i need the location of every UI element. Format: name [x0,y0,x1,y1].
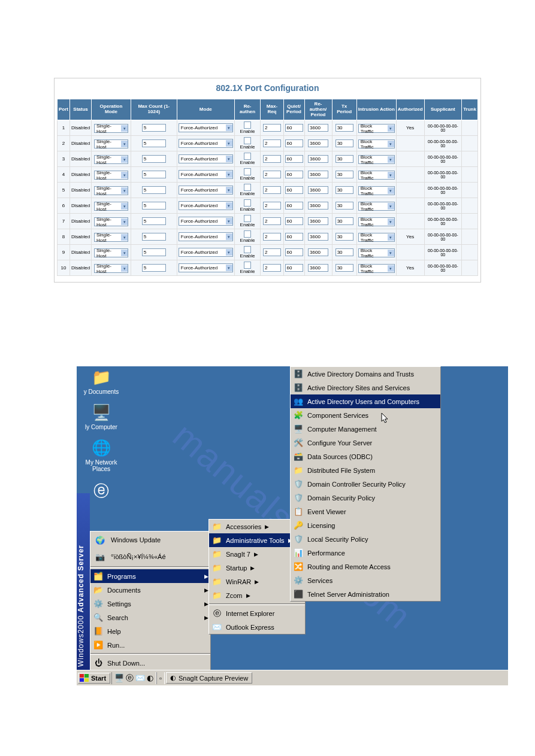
text-input[interactable] [308,217,328,225]
select-field[interactable]: Block Traffic▾ [358,139,395,148]
text-input[interactable] [335,124,353,132]
text-input[interactable] [263,233,281,241]
select-field[interactable]: Block Traffic▾ [358,233,395,242]
select-field[interactable]: Single-Host▾ [94,186,128,195]
menu-item[interactable]: 🖥️Computer Management [291,422,440,436]
menu-item[interactable]: 🗄️Active Directory Domains and Trusts [291,367,440,381]
select-field[interactable]: Block Traffic▾ [358,217,395,226]
outlook-ql-icon[interactable]: ✉️ [135,673,145,682]
checkbox[interactable] [244,199,251,207]
text-input[interactable] [335,171,353,178]
text-input[interactable] [335,217,353,225]
text-input[interactable] [285,202,303,210]
text-input[interactable] [142,264,166,272]
select-field[interactable]: Force-Authorized▾ [179,139,233,148]
select-field[interactable]: Single-Host▾ [94,124,128,133]
text-input[interactable] [263,124,281,132]
menu-item[interactable]: 📙Help [90,624,210,638]
select-field[interactable]: Force-Authorized▾ [179,248,233,257]
text-input[interactable] [308,139,328,147]
select-field[interactable]: Force-Authorized▾ [179,186,233,195]
menu-item[interactable]: 🛡️Local Security Policy [291,532,440,546]
select-field[interactable]: Force-Authorized▾ [179,232,233,241]
menu-item[interactable]: 🌍Windows Update [90,532,210,548]
select-field[interactable]: Single-Host▾ [94,202,128,211]
menu-item[interactable]: 📋Event Viewer [291,505,440,518]
menu-item[interactable]: 🛡️Domain Controller Security Policy [291,477,440,491]
text-input[interactable] [335,139,353,147]
text-input[interactable] [335,186,353,194]
select-field[interactable]: Block Traffic▾ [358,124,395,133]
select-field[interactable]: Force-Authorized▾ [179,217,233,226]
text-input[interactable] [285,171,303,178]
menu-item[interactable]: ⬛Telnet Server Administration [291,587,440,601]
text-input[interactable] [335,264,353,272]
text-input[interactable] [142,139,166,147]
text-input[interactable] [263,217,281,225]
text-input[interactable] [285,155,303,163]
text-input[interactable] [285,233,303,241]
menu-item[interactable]: ✉️Outlook Express [209,620,305,634]
text-input[interactable] [308,248,328,256]
menu-item[interactable]: ⓔInternet Explorer [209,606,305,620]
text-input[interactable] [285,139,303,147]
select-field[interactable]: Single-Host▾ [94,264,128,273]
menu-item[interactable]: ⚙️Services [291,573,440,587]
select-field[interactable]: Force-Authorized▾ [179,263,233,272]
select-field[interactable]: Block Traffic▾ [358,186,395,195]
text-input[interactable] [263,155,281,163]
checkbox[interactable] [244,168,251,175]
text-input[interactable] [142,155,166,163]
text-input[interactable] [285,124,303,132]
text-input[interactable] [308,124,328,132]
text-input[interactable] [142,124,166,132]
text-input[interactable] [308,233,328,241]
text-input[interactable] [142,186,166,194]
checkbox[interactable] [244,246,251,253]
checkbox[interactable] [244,230,251,238]
checkbox[interactable] [244,262,251,269]
select-field[interactable]: Single-Host▾ [94,248,128,257]
text-input[interactable] [308,264,328,272]
menu-item[interactable]: 🔍Search▶ [90,611,210,624]
select-field[interactable]: Block Traffic▾ [358,264,395,273]
text-input[interactable] [308,155,328,163]
menu-item[interactable]: 🔑Licensing [291,518,440,532]
select-field[interactable]: Single-Host▾ [94,217,128,226]
text-input[interactable] [335,155,353,163]
text-input[interactable] [263,248,281,256]
select-field[interactable]: Single-Host▾ [94,155,128,164]
text-input[interactable] [263,139,281,147]
checkbox[interactable] [244,215,251,222]
ie-ql-icon[interactable]: ⓔ [126,673,134,684]
text-input[interactable] [263,202,281,210]
text-input[interactable] [263,186,281,194]
menu-item[interactable]: 👥Active Directory Users and Computers [291,394,440,408]
select-field[interactable]: Force-Authorized▾ [179,170,233,179]
desktop-icon[interactable]: 🖥️ly Computer [77,403,125,430]
text-input[interactable] [285,264,303,272]
menu-item[interactable]: 📁Distributed File System [291,463,440,477]
text-input[interactable] [142,171,166,178]
menu-item[interactable]: 🛡️Domain Security Policy [291,491,440,505]
text-input[interactable] [285,217,303,225]
menu-item[interactable]: ⚙️Settings▶ [90,597,210,611]
select-field[interactable]: Block Traffic▾ [358,248,395,257]
menu-item[interactable]: ▶️Run... [90,638,210,652]
text-input[interactable] [285,186,303,194]
menu-item[interactable]: 🧩Component Services [291,408,440,422]
select-field[interactable]: Block Traffic▾ [358,155,395,164]
text-input[interactable] [263,171,281,178]
menu-item[interactable]: 🗂️Programs▶ [90,569,210,583]
select-field[interactable]: Single-Host▾ [94,139,128,148]
text-input[interactable] [308,171,328,178]
select-field[interactable]: Single-Host▾ [94,233,128,242]
text-input[interactable] [308,202,328,210]
menu-item[interactable]: ⏻Shut Down... [90,656,210,670]
desktop-icon[interactable]: 📁y Documents [77,368,125,395]
desktop[interactable]: manualshive.com 📁y Documents🖥️ly Compute… [77,366,508,685]
checkbox[interactable] [244,122,251,129]
checkbox[interactable] [244,184,251,191]
start-button[interactable]: Start [78,673,110,684]
text-input[interactable] [142,248,166,256]
